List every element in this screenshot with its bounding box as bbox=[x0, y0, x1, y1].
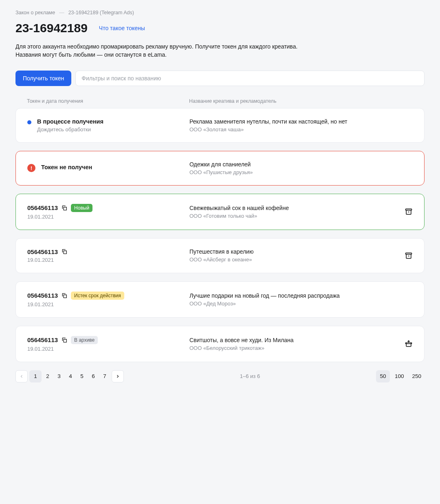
svg-rect-1 bbox=[406, 209, 412, 210]
pagination-next[interactable] bbox=[112, 370, 124, 382]
svg-rect-6 bbox=[64, 295, 66, 298]
pagination-page[interactable]: 5 bbox=[77, 370, 87, 382]
breadcrumb-root[interactable]: Закон о рекламе bbox=[15, 10, 55, 15]
token-row[interactable]: 056456113Истек срок действия19.01.2021Лу… bbox=[15, 281, 425, 318]
creative-title: Одежки для спаниелей bbox=[189, 161, 396, 168]
creative-title: Свежевыжатый сок в нашей кофейне bbox=[189, 205, 396, 211]
token-status: Токен не получен bbox=[41, 164, 92, 170]
search-input[interactable] bbox=[75, 71, 425, 86]
status-badge: В архиве bbox=[71, 336, 98, 344]
advertiser-name: ООО «Готовим только чай» bbox=[189, 213, 396, 219]
advertiser-name: ООО «Дед Мороз» bbox=[189, 301, 396, 307]
advertiser-name: ООО «Пушистые друзья» bbox=[189, 169, 396, 175]
token-date: 19.01.2021 bbox=[27, 214, 92, 220]
creative-title: Лучшие подарки на новый год — последняя … bbox=[189, 292, 396, 299]
advertiser-name: ООО «Золотая чаша» bbox=[189, 126, 396, 133]
copy-icon[interactable] bbox=[61, 248, 68, 255]
advertiser-name: ООО «Айсберг в океане» bbox=[189, 256, 396, 263]
breadcrumb-separator: — bbox=[59, 10, 64, 15]
svg-rect-0 bbox=[64, 207, 66, 210]
token-code: 056456113 bbox=[27, 292, 58, 299]
copy-icon[interactable] bbox=[61, 205, 68, 211]
token-date: 19.01.2021 bbox=[27, 301, 124, 307]
status-badge: Новый bbox=[71, 204, 92, 212]
token-row[interactable]: 056456113Новый19.01.2021Свежевыжатый сок… bbox=[15, 194, 425, 230]
per-page-option[interactable]: 50 bbox=[376, 370, 390, 382]
pagination: 1234567 1–6 из 6 50100250 bbox=[15, 370, 425, 382]
token-code: 056456113 bbox=[27, 204, 58, 211]
copy-icon[interactable] bbox=[61, 292, 68, 299]
token-row[interactable]: 056456113В архиве19.01.2021Свитшоты, а в… bbox=[15, 326, 425, 362]
column-token: Токен и дата получения bbox=[27, 98, 189, 104]
page-description: Для этого аккаунта необходимо промаркиро… bbox=[15, 42, 301, 59]
pagination-page[interactable]: 7 bbox=[99, 370, 110, 382]
archive-icon[interactable] bbox=[405, 252, 413, 260]
token-status: В процессе получения bbox=[37, 118, 103, 125]
column-creative: Название креатива и рекламодатель bbox=[189, 98, 413, 104]
pagination-prev[interactable] bbox=[15, 370, 28, 382]
advertiser-name: ООО «Белорусский трикотаж» bbox=[189, 345, 396, 351]
pagination-page[interactable]: 1 bbox=[29, 370, 42, 382]
help-link[interactable]: Что такое токены bbox=[99, 25, 145, 31]
pagination-page[interactable]: 4 bbox=[65, 370, 76, 382]
creative-title: Свитшоты, а вовсе не худи. Из Милана bbox=[189, 337, 396, 343]
creative-title: Путешествия в карелию bbox=[189, 248, 396, 255]
token-code: 056456113 bbox=[27, 336, 58, 343]
creative-title: Реклама заменителя нутеллы, почти как на… bbox=[189, 118, 396, 125]
get-token-button[interactable]: Получить токен bbox=[15, 71, 71, 86]
copy-icon[interactable] bbox=[61, 337, 68, 343]
per-page-option[interactable]: 100 bbox=[392, 370, 407, 382]
breadcrumb-current: 23-16942189 (Telegram Ads) bbox=[68, 10, 134, 15]
archive-icon[interactable] bbox=[405, 208, 413, 216]
token-row[interactable]: 05645611319.01.2021Путешествия в карелию… bbox=[15, 238, 425, 273]
pagination-info: 1–6 из 6 bbox=[240, 373, 260, 379]
token-code: 056456113 bbox=[27, 248, 58, 255]
breadcrumb: Закон о рекламе — 23-16942189 (Telegram … bbox=[15, 10, 425, 15]
status-badge: Истек срок действия bbox=[71, 292, 124, 300]
token-subtitle: Дождитесь обработки bbox=[37, 126, 103, 133]
svg-rect-4 bbox=[406, 253, 412, 254]
pagination-page[interactable]: 3 bbox=[54, 370, 64, 382]
pending-dot-icon bbox=[27, 120, 31, 124]
page-title: 23-16942189 bbox=[15, 21, 88, 35]
table-header: Токен и дата получения Название креатива… bbox=[15, 94, 425, 108]
pagination-page[interactable]: 2 bbox=[42, 370, 53, 382]
pagination-page[interactable]: 6 bbox=[88, 370, 99, 382]
token-row[interactable]: !Токен не полученОдежки для спаниелейООО… bbox=[15, 151, 425, 186]
token-row[interactable]: В процессе полученияДождитесь обработкиР… bbox=[15, 108, 425, 143]
alert-icon: ! bbox=[27, 164, 35, 172]
token-date: 19.01.2021 bbox=[27, 346, 98, 352]
svg-rect-3 bbox=[64, 251, 66, 254]
unarchive-icon[interactable] bbox=[405, 340, 413, 348]
per-page-option[interactable]: 250 bbox=[409, 370, 425, 382]
svg-rect-7 bbox=[64, 339, 66, 342]
token-date: 19.01.2021 bbox=[27, 257, 68, 263]
